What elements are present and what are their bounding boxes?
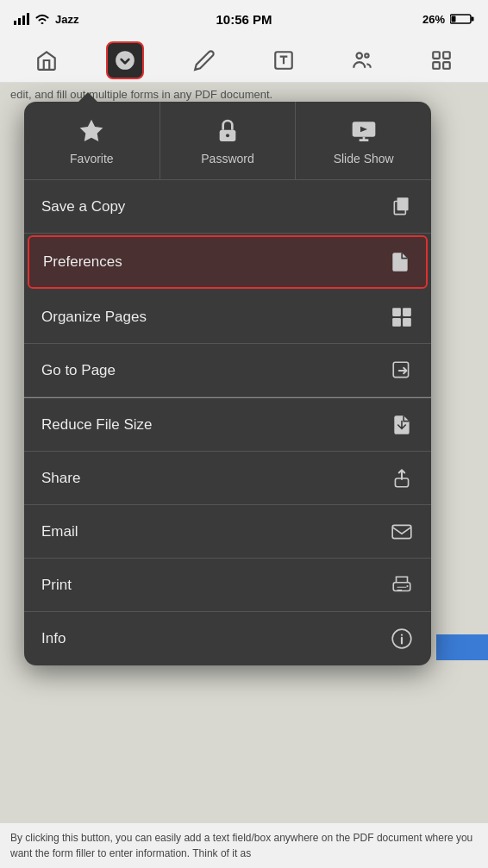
top-icons-row: Favorite Password Slide Show (24, 102, 431, 180)
carrier-label: Jazz (55, 13, 78, 26)
svg-rect-22 (403, 308, 411, 316)
bottom-text-area: By clicking this button, you can easily … (0, 823, 488, 868)
svg-rect-14 (443, 62, 450, 69)
svg-rect-0 (14, 21, 16, 25)
menu-item-email[interactable]: Email (24, 505, 431, 559)
menu-item-print[interactable]: Print (24, 559, 431, 612)
svg-point-16 (226, 134, 229, 137)
svg-rect-2 (22, 16, 25, 25)
main-toolbar (0, 38, 488, 83)
slide-show-label: Slide Show (334, 152, 394, 165)
toolbar-dropdown[interactable] (106, 41, 144, 79)
star-icon (78, 117, 105, 145)
go-to-page-icon (390, 359, 414, 383)
svg-rect-11 (433, 52, 440, 59)
print-icon (390, 573, 414, 597)
menu-item-info[interactable]: Info (24, 612, 431, 665)
svg-rect-3 (27, 13, 29, 25)
svg-rect-5 (472, 17, 474, 22)
dropdown-menu: Favorite Password Slide Show Save a Copy (24, 102, 431, 665)
reduce-file-size-icon (390, 413, 414, 437)
svg-rect-27 (392, 525, 411, 538)
lock-icon (214, 117, 241, 145)
dropdown-arrow (78, 92, 98, 103)
wifi-icon (34, 13, 50, 25)
bottom-text: By clicking this button, you can easily … (10, 832, 472, 859)
toolbar-edit-pen[interactable] (185, 41, 223, 79)
reduce-file-size-label: Reduce File Size (41, 416, 153, 434)
preferences-icon (388, 250, 412, 274)
slideshow-icon (350, 117, 378, 145)
status-right: 26% (422, 13, 474, 26)
favorite-label: Favorite (70, 152, 114, 165)
preferences-label: Preferences (43, 253, 122, 271)
svg-rect-1 (18, 18, 21, 25)
svg-rect-24 (403, 318, 411, 327)
svg-rect-13 (433, 62, 440, 69)
save-a-copy-icon (390, 195, 414, 219)
svg-rect-21 (392, 308, 401, 316)
go-to-page-label: Go to Page (41, 362, 116, 379)
battery-icon (450, 13, 474, 25)
battery-pct: 26% (422, 13, 445, 26)
toolbar-people[interactable] (343, 41, 381, 79)
email-icon (390, 520, 414, 544)
status-left: Jazz (14, 13, 78, 26)
svg-rect-12 (443, 52, 450, 59)
organize-pages-icon (390, 305, 414, 329)
time-display: 10:56 PM (216, 12, 272, 27)
favorite-action[interactable]: Favorite (24, 102, 160, 179)
menu-item-share[interactable]: Share (24, 452, 431, 505)
svg-rect-23 (392, 318, 401, 327)
password-label: Password (201, 152, 253, 165)
print-label: Print (41, 577, 72, 594)
share-icon (390, 466, 414, 490)
email-label: Email (41, 523, 78, 540)
svg-rect-6 (452, 16, 456, 22)
save-a-copy-label: Save a Copy (41, 198, 125, 215)
password-action[interactable]: Password (160, 102, 297, 179)
svg-rect-19 (397, 197, 409, 210)
organize-pages-label: Organize Pages (41, 309, 147, 326)
info-icon (390, 627, 414, 651)
svg-point-9 (357, 53, 363, 59)
menu-item-organize-pages[interactable]: Organize Pages (24, 290, 431, 344)
svg-point-7 (116, 51, 135, 70)
toolbar-text-tool[interactable] (265, 41, 303, 79)
blue-accent-strip (436, 634, 488, 660)
svg-point-10 (366, 53, 369, 57)
menu-item-preferences[interactable]: Preferences (28, 235, 428, 289)
status-bar: Jazz 10:56 PM 26% (0, 0, 488, 38)
info-label: Info (41, 630, 66, 647)
svg-point-31 (401, 634, 403, 636)
menu-item-save-a-copy[interactable]: Save a Copy (24, 180, 431, 234)
signal-icon (14, 13, 29, 25)
toolbar-home[interactable] (28, 41, 66, 79)
menu-item-go-to-page[interactable]: Go to Page (24, 344, 431, 397)
svg-point-29 (406, 585, 408, 587)
share-label: Share (41, 470, 80, 487)
slide-show-action[interactable]: Slide Show (296, 102, 431, 179)
toolbar-grid[interactable] (422, 41, 460, 79)
menu-item-reduce-file-size[interactable]: Reduce File Size (24, 398, 431, 452)
